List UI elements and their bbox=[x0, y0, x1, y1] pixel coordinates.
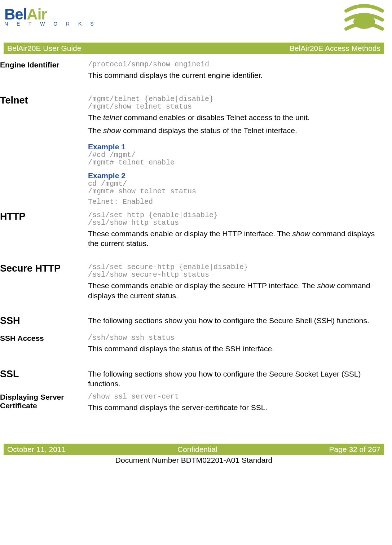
code-telnet: /mgmt/telnet {enable|disable} /mgmt/show… bbox=[88, 95, 378, 110]
code-ssh-access: /ssh/show ssh status bbox=[88, 334, 378, 342]
brand-name-a: Bel bbox=[4, 6, 27, 23]
section-ssh: SSH bbox=[0, 316, 84, 326]
code-secure-http: /ssl/set secure-http {enable|disable} /s… bbox=[88, 263, 378, 278]
desc-ssl: The following sections show you how to c… bbox=[88, 369, 378, 389]
section-http: HTTP bbox=[0, 211, 84, 222]
desc-secure-http: These commands enable or display the sec… bbox=[88, 281, 378, 300]
code-example-1: /#cd /mgmt/ /mgmt# telnet enable bbox=[88, 151, 378, 166]
decoration-swoosh-icon bbox=[344, 4, 384, 36]
brand-logo: BelAir N E T W O R K S bbox=[4, 4, 97, 27]
section-engine-identifier: Engine Identifier bbox=[0, 61, 84, 69]
section-secure-http: Secure HTTP bbox=[0, 263, 84, 274]
doc-title: BelAir20E User Guide bbox=[7, 44, 81, 53]
example-1-label: Example 1 bbox=[88, 142, 378, 151]
chapter-title: BelAir20E Access Methods bbox=[290, 44, 380, 53]
section-ssh-access: SSH Access bbox=[0, 334, 84, 343]
footer-date: October 11, 2011 bbox=[7, 445, 66, 454]
example-2-label: Example 2 bbox=[88, 171, 378, 180]
section-ssl: SSL bbox=[0, 369, 84, 380]
desc-engine: This command displays the current engine… bbox=[88, 70, 378, 80]
code-example-2: cd /mgmt/ /mgmt# show telnet status bbox=[88, 180, 378, 195]
brand-sub: N E T W O R K S bbox=[4, 21, 97, 27]
footer-confidential: Confidential bbox=[177, 445, 217, 454]
code-engine: /protocol/snmp/show engineid bbox=[88, 61, 378, 68]
desc-telnet-2: The show command displays the status of … bbox=[88, 126, 378, 135]
svg-point-0 bbox=[353, 14, 375, 29]
desc-ssh-access: This command displays the status of the … bbox=[88, 344, 378, 353]
code-server-cert: /show ssl server-cert bbox=[88, 393, 378, 400]
brand-name-b: Air bbox=[27, 6, 47, 23]
footer-bar: October 11, 2011 Confidential Page 32 of… bbox=[4, 444, 384, 455]
desc-ssh: The following sections show you how to c… bbox=[88, 316, 378, 325]
desc-telnet-1: The telnet command enables or disables T… bbox=[88, 113, 378, 122]
document-number: Document Number BDTM02201-A01 Standard bbox=[0, 456, 388, 465]
section-telnet: Telnet bbox=[0, 95, 84, 106]
desc-http: These commands enable or display the HTT… bbox=[88, 229, 378, 249]
output-example-2: Telnet: Enabled bbox=[88, 198, 378, 206]
footer-page: Page 32 of 267 bbox=[329, 445, 380, 454]
header-bar: BelAir20E User Guide BelAir20E Access Me… bbox=[4, 43, 384, 54]
section-server-cert: Displaying Server Certificate bbox=[0, 393, 84, 410]
desc-server-cert: This command displays the server-certifi… bbox=[88, 403, 378, 412]
code-http: /ssl/set http {enable|disable} /ssl/show… bbox=[88, 211, 378, 227]
